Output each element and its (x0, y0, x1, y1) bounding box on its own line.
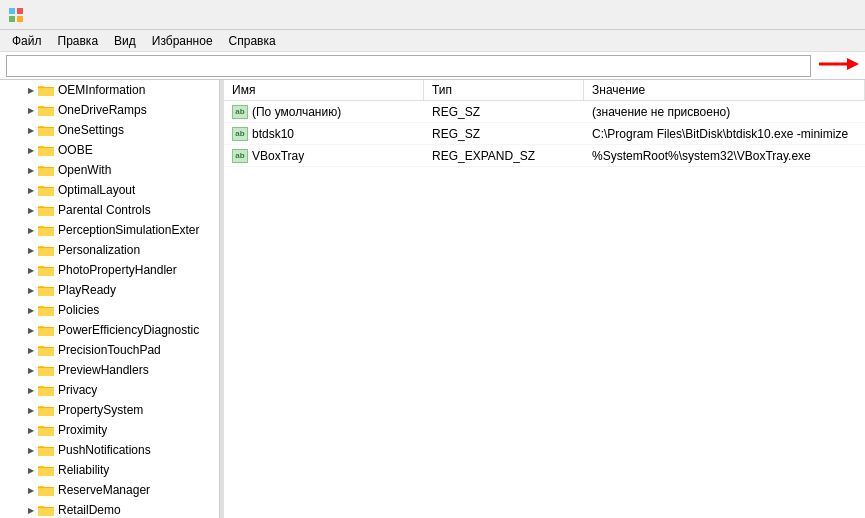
tree-item-label: Personalization (58, 243, 140, 257)
tree-panel[interactable]: ▶ OEMInformation▶ OneDriveRamps▶ OneSett… (0, 80, 220, 518)
cell-value: (значение не присвоено) (584, 103, 865, 121)
tree-item-label: PreviewHandlers (58, 363, 149, 377)
tree-item[interactable]: ▶ ReserveManager (0, 480, 219, 500)
tree-item[interactable]: ▶ PropertySystem (0, 400, 219, 420)
tree-arrow-icon: ▶ (24, 486, 38, 495)
folder-icon (38, 323, 54, 337)
folder-icon (38, 443, 54, 457)
svg-rect-3 (17, 16, 23, 22)
column-header-value: Значение (584, 80, 865, 100)
folder-icon (38, 303, 54, 317)
tree-arrow-icon: ▶ (24, 286, 38, 295)
tree-item-label: Policies (58, 303, 99, 317)
tree-item[interactable]: ▶ OptimalLayout (0, 180, 219, 200)
menu-item-файл[interactable]: Файл (4, 32, 50, 50)
folder-icon (38, 503, 54, 517)
tree-item[interactable]: ▶ OneDriveRamps (0, 100, 219, 120)
tree-item-label: PushNotifications (58, 443, 151, 457)
svg-marker-5 (847, 58, 859, 70)
tree-item-label: OptimalLayout (58, 183, 135, 197)
tree-item[interactable]: ▶ PlayReady (0, 280, 219, 300)
tree-item[interactable]: ▶ PerceptionSimulationExter (0, 220, 219, 240)
tree-item-label: ReserveManager (58, 483, 150, 497)
minimize-button[interactable] (715, 0, 761, 30)
title-bar (0, 0, 865, 30)
folder-icon (38, 463, 54, 477)
cell-name: abbtdsk10 (224, 125, 424, 143)
table-body: ab(По умолчанию)REG_SZ(значение не присв… (224, 101, 865, 167)
tree-item[interactable]: ▶ OpenWith (0, 160, 219, 180)
tree-item[interactable]: ▶ PhotoPropertyHandler (0, 260, 219, 280)
cell-type: REG_SZ (424, 103, 584, 121)
tree-item-label: Privacy (58, 383, 97, 397)
tree-item[interactable]: ▶ Proximity (0, 420, 219, 440)
tree-arrow-icon: ▶ (24, 366, 38, 375)
tree-arrow-icon: ▶ (24, 166, 38, 175)
tree-item[interactable]: ▶ Privacy (0, 380, 219, 400)
menu-item-избранное[interactable]: Избранное (144, 32, 221, 50)
tree-item-label: OneDriveRamps (58, 103, 147, 117)
tree-arrow-icon: ▶ (24, 306, 38, 315)
folder-icon (38, 223, 54, 237)
tree-item[interactable]: ▶ OEMInformation (0, 80, 219, 100)
tree-item[interactable]: ▶ OOBE (0, 140, 219, 160)
menu-item-вид[interactable]: Вид (106, 32, 144, 50)
tree-item-label: Proximity (58, 423, 107, 437)
tree-item-label: PrecisionTouchPad (58, 343, 161, 357)
column-header-name: Имя (224, 80, 424, 100)
cell-value: %SystemRoot%\system32\VBoxTray.exe (584, 147, 865, 165)
tree-arrow-icon: ▶ (24, 426, 38, 435)
column-header-type: Тип (424, 80, 584, 100)
reg-value-icon: ab (232, 149, 248, 163)
menu-item-справка[interactable]: Справка (221, 32, 284, 50)
table-row[interactable]: ab(По умолчанию)REG_SZ(значение не присв… (224, 101, 865, 123)
tree-arrow-icon: ▶ (24, 326, 38, 335)
tree-item[interactable]: ▶ RetailDemo (0, 500, 219, 518)
tree-arrow-icon: ▶ (24, 406, 38, 415)
folder-icon (38, 83, 54, 97)
maximize-button[interactable] (763, 0, 809, 30)
address-path[interactable] (6, 55, 811, 77)
tree-item[interactable]: ▶ Personalization (0, 240, 219, 260)
folder-icon (38, 183, 54, 197)
reg-value-icon: ab (232, 127, 248, 141)
app-icon (8, 7, 24, 23)
tree-item[interactable]: ▶ OneSettings (0, 120, 219, 140)
tree-item-label: PlayReady (58, 283, 116, 297)
cell-name-text: (По умолчанию) (252, 105, 341, 119)
svg-rect-1 (17, 8, 23, 14)
folder-icon (38, 363, 54, 377)
tree-arrow-icon: ▶ (24, 266, 38, 275)
tree-item[interactable]: ▶ PrecisionTouchPad (0, 340, 219, 360)
table-row[interactable]: abbtdsk10REG_SZC:\Program Files\BitDisk\… (224, 123, 865, 145)
tree-item-label: OOBE (58, 143, 93, 157)
window-controls (715, 0, 857, 30)
tree-item[interactable]: ▶ PreviewHandlers (0, 360, 219, 380)
right-panel: Имя Тип Значение ab(По умолчанию)REG_SZ(… (224, 80, 865, 518)
menu-bar: ФайлПравкаВидИзбранноеСправка (0, 30, 865, 52)
tree-arrow-icon: ▶ (24, 86, 38, 95)
folder-icon (38, 403, 54, 417)
tree-item[interactable]: ▶ Reliability (0, 460, 219, 480)
menu-item-правка[interactable]: Правка (50, 32, 107, 50)
main-content: ▶ OEMInformation▶ OneDriveRamps▶ OneSett… (0, 80, 865, 518)
tree-item[interactable]: ▶ Parental Controls (0, 200, 219, 220)
tree-arrow-icon: ▶ (24, 226, 38, 235)
tree-item[interactable]: ▶ Policies (0, 300, 219, 320)
tree-item-label: OneSettings (58, 123, 124, 137)
tree-item-label: PhotoPropertyHandler (58, 263, 177, 277)
tree-item[interactable]: ▶ PushNotifications (0, 440, 219, 460)
close-button[interactable] (811, 0, 857, 30)
address-bar (0, 52, 865, 80)
tree-arrow-icon: ▶ (24, 506, 38, 515)
folder-icon (38, 203, 54, 217)
tree-item-label: PowerEfficiencyDiagnostic (58, 323, 199, 337)
table-row[interactable]: abVBoxTrayREG_EXPAND_SZ%SystemRoot%\syst… (224, 145, 865, 167)
tree-item[interactable]: ▶ PowerEfficiencyDiagnostic (0, 320, 219, 340)
tree-arrow-icon: ▶ (24, 146, 38, 155)
tree-arrow-icon: ▶ (24, 446, 38, 455)
reg-value-icon: ab (232, 105, 248, 119)
cell-type: REG_SZ (424, 125, 584, 143)
tree-arrow-icon: ▶ (24, 466, 38, 475)
cell-name-text: VBoxTray (252, 149, 304, 163)
